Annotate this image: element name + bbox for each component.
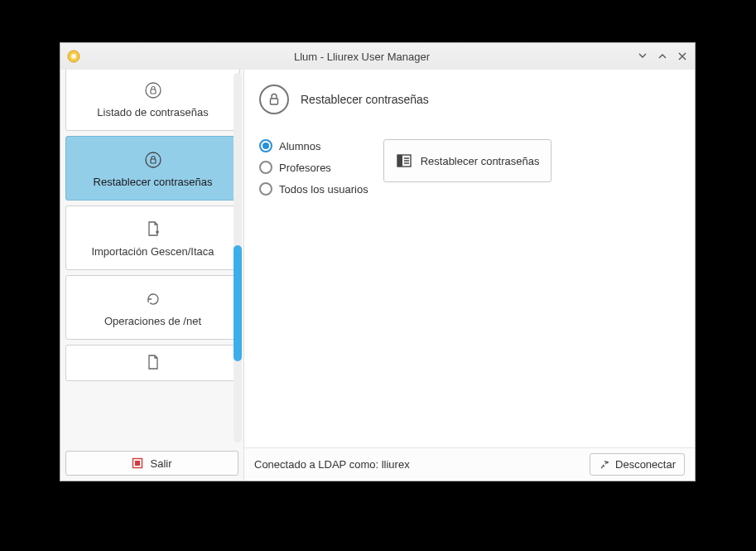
app-window: Llum - Lliurex User Manager Congelar usu…: [60, 42, 696, 481]
page-title: Restablecer contraseñas: [301, 93, 429, 106]
radio-profesores[interactable]: Profesores: [259, 161, 368, 174]
svg-rect-5: [151, 159, 156, 163]
sidebar-item-partial[interactable]: [65, 345, 240, 381]
svg-point-4: [146, 152, 161, 167]
minimize-button[interactable]: [637, 51, 648, 62]
window-title: Llum - Lliurex User Manager: [87, 51, 637, 63]
lock-icon: [144, 81, 162, 99]
list-icon: [396, 152, 412, 169]
sidebar-items: Congelar usuarios Listado de contraseñas…: [65, 70, 240, 381]
user-type-radios: Alumnos Profesores Todos los usuarios: [259, 139, 368, 196]
main-header: Restablecer contraseñas: [259, 81, 680, 131]
file-plus-icon: [144, 220, 162, 239]
radio-label: Todos los usuarios: [279, 183, 368, 196]
refresh-icon: [144, 290, 162, 308]
sidebar-item-password-list[interactable]: Listado de contraseñas: [65, 70, 240, 131]
radio-indicator: [259, 182, 272, 196]
exit-icon: [132, 457, 143, 469]
sidebar-item-import[interactable]: Importación Gescen/Itaca: [65, 205, 240, 270]
action-label: Restablecer contraseñas: [421, 155, 540, 167]
app-icon: [67, 50, 80, 63]
reset-passwords-button[interactable]: Restablecer contraseñas: [383, 139, 552, 182]
maximize-button[interactable]: [657, 51, 668, 62]
svg-rect-8: [271, 99, 278, 104]
main-panel: Restablecer contraseñas Alumnos Profesor…: [244, 70, 695, 481]
file-icon: [144, 354, 162, 372]
radio-alumnos[interactable]: Alumnos: [259, 139, 368, 152]
statusbar: Conectado a LDAP como: lliurex Desconect…: [244, 447, 695, 481]
main-content: Restablecer contraseñas Alumnos Profesor…: [244, 70, 695, 447]
app-body: Congelar usuarios Listado de contraseñas…: [60, 70, 695, 481]
radio-indicator: [259, 139, 272, 152]
disconnect-button[interactable]: Desconectar: [590, 453, 685, 476]
sidebar-item-label: Listado de contraseñas: [97, 106, 208, 118]
sidebar-item-label: Importación Gescen/Itaca: [91, 245, 214, 258]
disconnect-label: Desconectar: [615, 458, 676, 471]
sidebar-item-net-ops[interactable]: Operaciones de /net: [65, 275, 240, 340]
svg-point-1: [71, 54, 76, 59]
radio-indicator: [259, 161, 272, 174]
options-row: Alumnos Profesores Todos los usuarios: [259, 139, 680, 196]
sidebar-item-reset-passwords[interactable]: Restablecer contraseñas: [65, 136, 240, 201]
status-text: Conectado a LDAP como: lliurex: [254, 458, 580, 471]
plug-icon: [599, 459, 610, 471]
radio-label: Profesores: [279, 162, 331, 174]
sidebar-scrollbar[interactable]: [234, 73, 242, 442]
window-controls: [637, 51, 688, 62]
sidebar-scroll: Congelar usuarios Listado de contraseñas…: [60, 70, 243, 446]
svg-rect-3: [151, 89, 156, 94]
exit-button[interactable]: Salir: [65, 451, 238, 476]
svg-rect-10: [397, 155, 402, 167]
lock-icon: [259, 85, 289, 114]
exit-label: Salir: [150, 457, 171, 470]
sidebar-item-label: Restablecer contraseñas: [94, 176, 213, 188]
lock-icon: [144, 151, 162, 169]
sidebar-footer: Salir: [60, 446, 243, 481]
radio-label: Alumnos: [279, 140, 321, 152]
sidebar-item-label: Operaciones de /net: [104, 315, 201, 327]
svg-rect-7: [135, 461, 140, 466]
close-button[interactable]: [677, 51, 688, 62]
sidebar: Congelar usuarios Listado de contraseñas…: [60, 70, 244, 481]
scrollbar-thumb[interactable]: [234, 245, 242, 361]
titlebar: Llum - Lliurex User Manager: [60, 43, 695, 70]
svg-point-2: [146, 83, 161, 98]
radio-todos[interactable]: Todos los usuarios: [259, 182, 368, 196]
